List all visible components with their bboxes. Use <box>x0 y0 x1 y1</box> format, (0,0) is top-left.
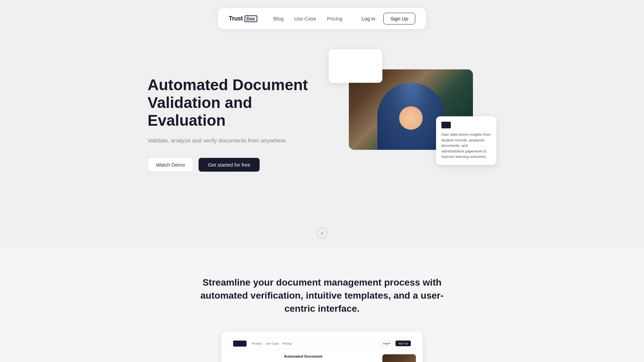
hero-right: Gain data-driven insights from student r… <box>329 49 496 210</box>
mini-hero-text: Automated Document <box>228 354 378 361</box>
login-button[interactable]: Log in <box>359 14 378 23</box>
mini-hero-title: Automated Document <box>228 354 378 358</box>
signup-button[interactable]: Sign Up <box>383 13 415 24</box>
nav-link-usecase[interactable]: Use Case <box>294 16 316 21</box>
mini-hero-content: Automated Document <box>228 354 416 362</box>
navbar: Trust Doc Blog Use Case Pricing Log in S… <box>218 8 426 29</box>
hero-section: Automated Document Validation and Evalua… <box>121 29 523 210</box>
mini-hero-image <box>382 354 416 362</box>
scroll-down-button[interactable] <box>317 228 327 238</box>
section-2-title: Streamline your document management proc… <box>191 276 453 315</box>
mini-navbar: Product Use Case Pricing Log In Sign Up <box>228 338 416 349</box>
card-logo-icon <box>441 122 451 128</box>
watch-demo-button[interactable]: Watch Demo <box>148 158 193 172</box>
mini-nav-pricing: Pricing <box>282 342 292 345</box>
card-logo-area <box>441 122 491 128</box>
navbar-wrapper: Trust Doc Blog Use Case Pricing Log in S… <box>0 0 644 29</box>
nav-link-blog[interactable]: Blog <box>273 16 283 21</box>
mini-signup-button[interactable]: Sign Up <box>395 341 411 346</box>
floating-card-bottom: Gain data-driven insights from student r… <box>436 116 496 165</box>
floating-card-top <box>329 49 382 83</box>
mini-nav-product: Product <box>252 342 262 345</box>
hero-subtitle: Validate, analyze and verify documents f… <box>148 137 309 144</box>
nav-link-pricing[interactable]: Pricing <box>327 16 342 21</box>
mini-nav-usecase: Use Case <box>266 342 279 345</box>
hero-title: Automated Document Validation and Evalua… <box>148 76 309 129</box>
hero-left: Automated Document Validation and Evalua… <box>148 49 309 172</box>
mini-nav-actions: Log In Sign Up <box>380 341 411 346</box>
screenshot-preview: Product Use Case Pricing Log In Sign Up … <box>221 331 423 362</box>
logo-doc: Doc <box>245 15 257 22</box>
get-started-button[interactable]: Get started for free <box>199 158 260 172</box>
mini-nav-links: Product Use Case Pricing <box>252 342 291 345</box>
mini-login-button[interactable]: Log In <box>380 341 393 346</box>
logo-trust: Trust <box>229 15 243 22</box>
logo[interactable]: Trust Doc <box>229 15 257 22</box>
section-2: Streamline your document management proc… <box>0 249 644 362</box>
card-description: Gain data-driven insights from student r… <box>441 132 491 160</box>
scroll-indicator <box>0 217 644 249</box>
nav-links: Blog Use Case Pricing <box>273 16 342 21</box>
nav-actions: Log in Sign Up <box>359 13 415 24</box>
hero-buttons: Watch Demo Get started for free <box>148 158 309 172</box>
mini-logo <box>233 341 247 347</box>
